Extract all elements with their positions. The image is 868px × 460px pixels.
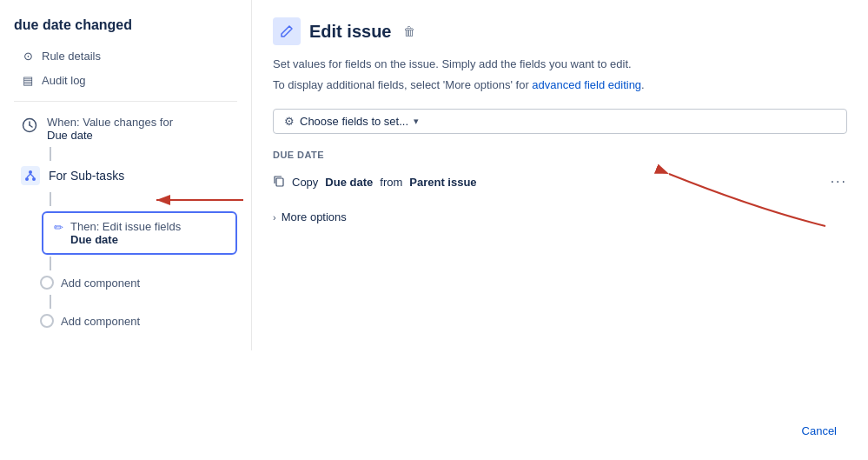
connector-2 [50, 192, 51, 206]
more-options-chevron-icon: › [273, 212, 276, 223]
chevron-down-icon: ▾ [414, 116, 419, 127]
main-panel: Edit issue 🗑 Set values for fields on th… [252, 0, 868, 460]
svg-point-4 [25, 177, 29, 181]
sidebar-content: due date changed ⊙ Rule details ▤ Audit … [0, 0, 252, 350]
svg-line-6 [27, 174, 30, 177]
more-options[interactable]: › More options [273, 207, 847, 227]
sidebar-item-rule-details[interactable]: ⊙ Rule details [14, 43, 237, 68]
cancel-button[interactable]: Cancel [792, 419, 847, 443]
field-label: Due date [273, 150, 847, 160]
panel-desc-2-prefix: To display additional fields, select 'Mo… [273, 78, 532, 91]
panel-title: Edit issue [309, 22, 391, 42]
sidebar-item-rule-details-label: Rule details [42, 50, 101, 63]
sidebar: due date changed ⊙ Rule details ▤ Audit … [0, 0, 252, 460]
when-label: When: Value changes for [47, 116, 173, 129]
more-options-dots[interactable]: ··· [831, 174, 847, 190]
connector-4 [50, 295, 51, 309]
when-icon [21, 117, 38, 134]
pencil-icon: ✏ [54, 221, 63, 234]
choose-fields-label: Choose fields to set... [300, 115, 408, 128]
panel-desc-2: To display additional fields, select 'Mo… [273, 77, 847, 94]
edit-icon-box [273, 17, 301, 45]
add-circle-icon-2 [40, 314, 54, 328]
field-row: Copy Due date from Parent issue ··· [273, 167, 847, 197]
add-component-2-label: Add component [61, 315, 140, 328]
then-box[interactable]: ✏ Then: Edit issue fields Due date [42, 211, 237, 255]
advanced-field-link[interactable]: advanced field editing [532, 78, 641, 91]
audit-icon: ▤ [21, 73, 35, 87]
sidebar-title: due date changed [14, 17, 237, 33]
svg-rect-9 [276, 178, 283, 186]
sidebar-item-audit-log-label: Audit log [42, 74, 86, 87]
copy-text-after: from [380, 176, 402, 189]
trash-icon[interactable]: 🗑 [403, 24, 415, 38]
add-circle-icon-1 [40, 276, 54, 290]
then-label: Then: Edit issue fields [70, 220, 181, 233]
choose-fields-button[interactable]: ⚙ Choose fields to set... ▾ [273, 109, 847, 134]
when-text: When: Value changes for Due date [47, 116, 173, 142]
field-row-content: Copy Due date from Parent issue [273, 175, 477, 190]
svg-point-5 [32, 177, 36, 181]
divider [14, 101, 237, 102]
app-wrapper: due date changed ⊙ Rule details ▤ Audit … [0, 0, 868, 460]
info-icon: ⊙ [21, 49, 35, 63]
connector-3 [50, 257, 51, 270]
connector-1 [50, 147, 51, 161]
panel-desc-2-suffix: . [641, 78, 645, 91]
copy-icon [273, 175, 285, 190]
svg-line-7 [30, 174, 34, 177]
subtasks-icon [21, 166, 40, 185]
add-component-1[interactable]: Add component [33, 270, 237, 295]
sidebar-item-audit-log[interactable]: ▤ Audit log [14, 68, 237, 92]
svg-point-3 [29, 170, 32, 174]
copy-field: Due date [325, 176, 373, 189]
panel-desc-1: Set values for fields on the issue. Simp… [273, 56, 847, 73]
copy-source: Parent issue [409, 176, 476, 189]
then-sublabel: Due date [70, 233, 181, 246]
for-subtasks-label: For Sub-tasks [49, 169, 124, 183]
when-sublabel: Due date [47, 129, 173, 142]
then-box-text: Then: Edit issue fields Due date [70, 220, 181, 246]
workflow-when-item[interactable]: When: Value changes for Due date [14, 110, 237, 147]
add-component-2[interactable]: Add component [33, 309, 237, 333]
for-subtasks-item[interactable]: For Sub-tasks [14, 161, 237, 190]
add-component-1-label: Add component [61, 277, 140, 290]
panel-header: Edit issue 🗑 [273, 17, 847, 45]
due-date-section: Due date Copy Due date from Parent issue… [273, 150, 847, 197]
more-options-label: More options [282, 210, 347, 223]
svg-line-2 [30, 125, 32, 127]
copy-text-before: Copy [292, 176, 318, 189]
gear-icon: ⚙ [284, 115, 295, 128]
